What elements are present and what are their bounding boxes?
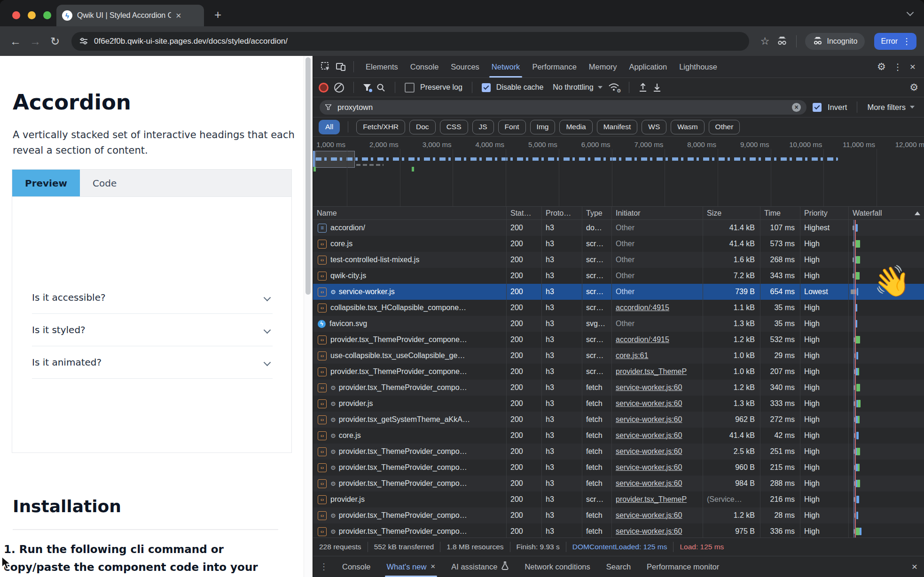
request-name-cell[interactable]: ‹›⚙provider.tsx_ThemeProvider_compo…	[313, 507, 507, 523]
browser-tab[interactable]: ϟ Qwik UI | Styled Accordion Co ×	[56, 5, 204, 26]
table-row[interactable]: ‹›provider.tsx_ThemeProvider_compone…200…	[313, 332, 924, 348]
devtools-tab-sources[interactable]: Sources	[445, 56, 485, 78]
devtools-tab-console[interactable]: Console	[404, 56, 445, 78]
devtools-settings-icon[interactable]: ⚙	[877, 61, 886, 72]
network-conditions-icon[interactable]: ⚙	[608, 83, 619, 92]
devtools-close-icon[interactable]: ×	[910, 61, 916, 72]
col-status[interactable]: Stat…	[507, 207, 542, 219]
chip-doc[interactable]: Doc	[409, 120, 436, 134]
request-name-cell[interactable]: ‹›provider.js	[313, 491, 507, 507]
close-drawer-tab-icon[interactable]: ×	[431, 562, 435, 571]
accordion-item[interactable]: Is it animated?	[32, 346, 273, 379]
record-network-log-button[interactable]	[319, 83, 329, 93]
initiator-link[interactable]: service-worker.js:60	[616, 383, 682, 392]
col-priority[interactable]: Priority	[800, 207, 849, 219]
reload-button[interactable]: ↻	[47, 35, 63, 48]
forward-button[interactable]: →	[27, 35, 43, 48]
chip-ws[interactable]: WS	[642, 120, 666, 134]
col-size[interactable]: Size	[703, 207, 760, 219]
request-name-cell[interactable]: ‹›provider.tsx_ThemeProvider_compone…	[313, 332, 507, 348]
devtools-tab-memory[interactable]: Memory	[583, 56, 623, 78]
disable-cache-checkbox[interactable]	[482, 83, 491, 92]
col-initiator[interactable]: Initiator	[612, 207, 703, 219]
chip-js[interactable]: JS	[472, 120, 494, 134]
tab-close-icon[interactable]: ×	[176, 11, 181, 20]
chip-wasm[interactable]: Wasm	[671, 120, 704, 134]
initiator-link[interactable]: service-worker.js:60	[616, 479, 682, 488]
initiator-link[interactable]: accordion/:4915	[616, 304, 669, 312]
address-bar[interactable]: 0f6e2f0b.qwik-ui-site.pages.dev/docs/sty…	[71, 32, 749, 51]
table-row[interactable]: ‹›use-collapsible.tsx_useCollapsible_ge……	[313, 348, 924, 364]
col-protocol[interactable]: Proto…	[542, 207, 582, 219]
devtools-tab-application[interactable]: Application	[623, 56, 673, 78]
initiator-link[interactable]: service-worker.js:60	[616, 399, 682, 408]
chip-manifest[interactable]: Manifest	[597, 120, 638, 134]
preserve-log-checkbox[interactable]	[405, 83, 415, 93]
accordion-item[interactable]: Is it styled?	[32, 314, 273, 346]
request-name-cell[interactable]: ‹›⚙provider.tsx_ThemeProvider_compo…	[313, 380, 507, 396]
drawer-tab-network-conditions[interactable]: Network conditions	[518, 556, 596, 577]
table-row[interactable]: ϟfavicon.svg200h3svg…Other1.3 kB35 msHig…	[313, 316, 924, 332]
drawer-tab-what-s-new[interactable]: What's new×	[380, 556, 442, 577]
maximize-window-button[interactable]	[43, 11, 51, 19]
col-waterfall[interactable]: Waterfall	[849, 207, 924, 219]
request-name-cell[interactable]: ≡accordion/	[313, 220, 507, 236]
table-row[interactable]: ‹›⚙provider.tsx_ThemeProvider_compo…200h…	[313, 507, 924, 523]
initiator-link[interactable]: core.js:61	[616, 351, 648, 360]
invert-checkbox[interactable]	[813, 103, 822, 112]
chip-css[interactable]: CSS	[440, 120, 468, 134]
initiator-link[interactable]: service-worker.js:60	[616, 463, 682, 472]
back-button[interactable]: ←	[8, 35, 23, 48]
chip-font[interactable]: Font	[498, 120, 526, 134]
col-name[interactable]: Name	[313, 207, 507, 219]
table-row[interactable]: ‹›⚙provider.tsx_ThemeProvider_compo…200h…	[313, 380, 924, 396]
filter-input[interactable]	[337, 102, 787, 112]
chip-other[interactable]: Other	[709, 120, 740, 134]
chip-fetch-xhr[interactable]: Fetch/XHR	[356, 120, 405, 134]
table-row[interactable]: ≡accordion/200h3do…Other41.4 kB107 msHig…	[313, 220, 924, 236]
col-type[interactable]: Type	[582, 207, 612, 219]
table-row[interactable]: ‹›⚙core.js200h3fetchservice-worker.js:60…	[313, 428, 924, 444]
devtools-tab-elements[interactable]: Elements	[360, 56, 404, 78]
drawer-tab-console[interactable]: Console	[336, 556, 377, 577]
request-name-cell[interactable]: ‹›⚙service-worker.js	[313, 284, 507, 300]
inspect-element-icon[interactable]	[321, 62, 331, 72]
request-name-cell[interactable]: ‹›collapsible.tsx_HCollapsible_compone…	[313, 300, 507, 316]
drawer-kebab-icon[interactable]: ⋮	[320, 561, 328, 572]
devtools-tab-lighthouse[interactable]: Lighthouse	[673, 56, 723, 78]
tab-preview[interactable]: Preview	[12, 170, 80, 196]
table-row[interactable]: ‹›⚙provider.tsx_ThemeProvider_compo…200h…	[313, 523, 924, 538]
tab-search-chevron-icon[interactable]	[908, 8, 916, 17]
devtools-tab-performance[interactable]: Performance	[526, 56, 582, 78]
table-row[interactable]: ‹›⚙provider.tsx_getSystemTheme_aKkA…200h…	[313, 412, 924, 428]
initiator-link[interactable]: service-worker.js:60	[616, 527, 682, 536]
request-name-cell[interactable]: ‹›core.js	[313, 236, 507, 252]
drawer-tab-search[interactable]: Search	[600, 556, 637, 577]
timeline-selection-handle[interactable]	[313, 151, 315, 167]
search-network-icon[interactable]	[376, 83, 385, 92]
device-toolbar-icon[interactable]	[336, 62, 346, 72]
close-drawer-icon[interactable]: ×	[912, 561, 917, 572]
request-name-cell[interactable]: ‹›⚙provider.tsx_getSystemTheme_aKkA…	[313, 412, 507, 428]
bookmark-star-icon[interactable]: ☆	[760, 35, 770, 47]
devtools-tab-network[interactable]: Network	[485, 56, 526, 78]
request-name-cell[interactable]: ϟfavicon.svg	[313, 316, 507, 332]
request-name-cell[interactable]: ‹›⚙provider.js	[313, 396, 507, 412]
close-window-button[interactable]	[12, 11, 20, 19]
network-settings-icon[interactable]: ⚙	[909, 82, 918, 93]
request-name-cell[interactable]: ‹›qwik-city.js	[313, 268, 507, 284]
request-name-cell[interactable]: ‹›⚙provider.tsx_ThemeProvider_compo…	[313, 523, 507, 538]
request-name-cell[interactable]: ‹›⚙provider.tsx_ThemeProvider_compo…	[313, 476, 507, 491]
table-row[interactable]: ‹›⚙service-worker.js200h3scr…Other739 B6…	[313, 284, 924, 300]
request-name-cell[interactable]: ‹›provider.tsx_ThemeProvider_compone…	[313, 364, 507, 380]
network-overview-timeline[interactable]: 1,000 ms2,000 ms3,000 ms4,000 ms5,000 ms…	[313, 137, 924, 207]
table-row[interactable]: ‹›⚙provider.tsx_ThemeProvider_compo…200h…	[313, 444, 924, 460]
table-row[interactable]: ‹›⚙provider.tsx_ThemeProvider_compo…200h…	[313, 476, 924, 491]
chip-img[interactable]: Img	[530, 120, 556, 134]
request-name-cell[interactable]: ‹›test-controlled-list-mixed.js	[313, 252, 507, 268]
initiator-link[interactable]: provider.tsx_ThemeP	[616, 495, 687, 504]
table-row[interactable]: ‹›test-controlled-list-mixed.js200h3scr……	[313, 252, 924, 268]
minimize-window-button[interactable]	[28, 11, 36, 19]
clear-network-log-icon[interactable]	[334, 83, 344, 93]
tab-code[interactable]: Code	[80, 170, 129, 196]
